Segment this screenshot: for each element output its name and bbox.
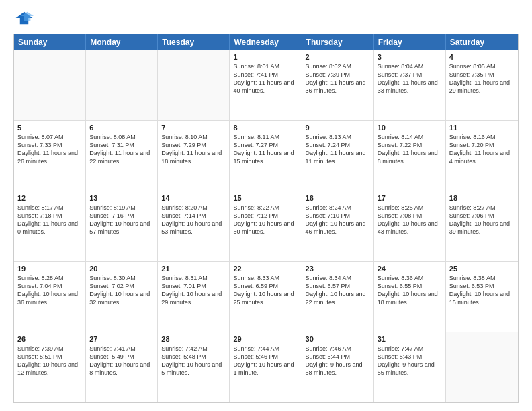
calendar: SundayMondayTuesdayWednesdayThursdayFrid… — [13, 34, 519, 403]
day-number: 20 — [89, 265, 154, 273]
day-number: 17 — [378, 194, 442, 202]
calendar-cell: 11Sunrise: 8:16 AM Sunset: 7:20 PM Dayli… — [446, 121, 518, 191]
cell-info: Sunrise: 7:42 AM Sunset: 5:48 PM Dayligh… — [161, 345, 226, 377]
cell-info: Sunrise: 8:04 AM Sunset: 7:37 PM Dayligh… — [378, 62, 442, 95]
calendar-cell: 16Sunrise: 8:24 AM Sunset: 7:10 PM Dayli… — [302, 191, 374, 261]
cell-info: Sunrise: 7:41 AM Sunset: 5:49 PM Dayligh… — [89, 345, 154, 377]
day-number: 25 — [449, 265, 515, 273]
calendar-cell: 10Sunrise: 8:14 AM Sunset: 7:22 PM Dayli… — [374, 121, 446, 191]
calendar-header: SundayMondayTuesdayWednesdayThursdayFrid… — [14, 34, 518, 50]
calendar-cell: 4Sunrise: 8:05 AM Sunset: 7:35 PM Daylig… — [446, 50, 518, 120]
day-number: 6 — [89, 124, 154, 132]
day-number: 11 — [449, 124, 515, 132]
calendar-cell: 19Sunrise: 8:28 AM Sunset: 7:04 PM Dayli… — [14, 262, 86, 332]
weekday-header-saturday: Saturday — [446, 34, 518, 50]
calendar-cell: 27Sunrise: 7:41 AM Sunset: 5:49 PM Dayli… — [86, 332, 158, 402]
calendar-cell: 29Sunrise: 7:44 AM Sunset: 5:46 PM Dayli… — [230, 332, 302, 402]
calendar-cell: 24Sunrise: 8:36 AM Sunset: 6:55 PM Dayli… — [374, 262, 446, 332]
weekday-header-tuesday: Tuesday — [158, 34, 230, 50]
cell-info: Sunrise: 8:25 AM Sunset: 7:08 PM Dayligh… — [378, 203, 442, 236]
calendar-cell — [158, 50, 230, 120]
calendar-cell: 9Sunrise: 8:13 AM Sunset: 7:24 PM Daylig… — [302, 121, 374, 191]
calendar-cell: 30Sunrise: 7:46 AM Sunset: 5:44 PM Dayli… — [302, 332, 374, 402]
cell-info: Sunrise: 7:44 AM Sunset: 5:46 PM Dayligh… — [233, 345, 298, 377]
day-number: 15 — [233, 194, 298, 202]
calendar-cell: 12Sunrise: 8:17 AM Sunset: 7:18 PM Dayli… — [14, 191, 86, 261]
day-number: 22 — [233, 265, 298, 273]
day-number: 13 — [89, 194, 154, 202]
calendar-body: 1Sunrise: 8:01 AM Sunset: 7:41 PM Daylig… — [14, 50, 518, 402]
calendar-cell: 25Sunrise: 8:38 AM Sunset: 6:53 PM Dayli… — [446, 262, 518, 332]
cell-info: Sunrise: 8:14 AM Sunset: 7:22 PM Dayligh… — [378, 133, 442, 166]
calendar-cell: 1Sunrise: 8:01 AM Sunset: 7:41 PM Daylig… — [230, 50, 302, 120]
cell-info: Sunrise: 8:27 AM Sunset: 7:06 PM Dayligh… — [449, 203, 515, 236]
day-number: 19 — [17, 265, 82, 273]
calendar-cell: 17Sunrise: 8:25 AM Sunset: 7:08 PM Dayli… — [374, 191, 446, 261]
weekday-header-wednesday: Wednesday — [230, 34, 302, 50]
calendar-cell: 26Sunrise: 7:39 AM Sunset: 5:51 PM Dayli… — [14, 332, 86, 402]
weekday-header-friday: Friday — [374, 34, 446, 50]
calendar-cell: 20Sunrise: 8:30 AM Sunset: 7:02 PM Dayli… — [86, 262, 158, 332]
cell-info: Sunrise: 8:20 AM Sunset: 7:14 PM Dayligh… — [161, 203, 226, 236]
cell-info: Sunrise: 8:16 AM Sunset: 7:20 PM Dayligh… — [449, 133, 515, 166]
day-number: 27 — [89, 335, 154, 343]
weekday-header-sunday: Sunday — [14, 34, 86, 50]
calendar-cell: 28Sunrise: 7:42 AM Sunset: 5:48 PM Dayli… — [158, 332, 230, 402]
cell-info: Sunrise: 7:47 AM Sunset: 5:43 PM Dayligh… — [378, 345, 442, 377]
calendar-cell — [446, 332, 518, 402]
cell-info: Sunrise: 8:19 AM Sunset: 7:16 PM Dayligh… — [89, 203, 154, 236]
day-number: 24 — [378, 265, 442, 273]
cell-info: Sunrise: 8:05 AM Sunset: 7:35 PM Dayligh… — [449, 62, 515, 95]
cell-info: Sunrise: 8:34 AM Sunset: 6:57 PM Dayligh… — [306, 274, 370, 307]
calendar-cell: 31Sunrise: 7:47 AM Sunset: 5:43 PM Dayli… — [374, 332, 446, 402]
cell-info: Sunrise: 8:10 AM Sunset: 7:29 PM Dayligh… — [161, 133, 226, 166]
calendar-cell: 14Sunrise: 8:20 AM Sunset: 7:14 PM Dayli… — [158, 191, 230, 261]
calendar-cell: 23Sunrise: 8:34 AM Sunset: 6:57 PM Dayli… — [302, 262, 374, 332]
calendar-cell: 5Sunrise: 8:07 AM Sunset: 7:33 PM Daylig… — [14, 121, 86, 191]
cell-info: Sunrise: 8:13 AM Sunset: 7:24 PM Dayligh… — [306, 133, 370, 166]
page: SundayMondayTuesdayWednesdayThursdayFrid… — [0, 0, 532, 411]
cell-info: Sunrise: 8:08 AM Sunset: 7:31 PM Dayligh… — [89, 133, 154, 166]
day-number: 4 — [449, 53, 515, 61]
calendar-cell: 7Sunrise: 8:10 AM Sunset: 7:29 PM Daylig… — [158, 121, 230, 191]
day-number: 12 — [17, 194, 82, 202]
logo-icon — [15, 11, 34, 26]
cell-info: Sunrise: 8:33 AM Sunset: 6:59 PM Dayligh… — [233, 274, 298, 307]
calendar-row-2: 5Sunrise: 8:07 AM Sunset: 7:33 PM Daylig… — [14, 121, 518, 191]
day-number: 28 — [161, 335, 226, 343]
day-number: 21 — [161, 265, 226, 273]
calendar-row-5: 26Sunrise: 7:39 AM Sunset: 5:51 PM Dayli… — [14, 332, 518, 402]
day-number: 29 — [233, 335, 298, 343]
cell-info: Sunrise: 8:17 AM Sunset: 7:18 PM Dayligh… — [17, 203, 82, 236]
day-number: 30 — [306, 335, 370, 343]
calendar-cell: 15Sunrise: 8:22 AM Sunset: 7:12 PM Dayli… — [230, 191, 302, 261]
cell-info: Sunrise: 7:39 AM Sunset: 5:51 PM Dayligh… — [17, 345, 82, 377]
day-number: 7 — [161, 124, 226, 132]
cell-info: Sunrise: 7:46 AM Sunset: 5:44 PM Dayligh… — [306, 345, 370, 377]
day-number: 14 — [161, 194, 226, 202]
calendar-cell — [14, 50, 86, 120]
cell-info: Sunrise: 8:24 AM Sunset: 7:10 PM Dayligh… — [306, 203, 370, 236]
day-number: 9 — [306, 124, 370, 132]
calendar-cell: 22Sunrise: 8:33 AM Sunset: 6:59 PM Dayli… — [230, 262, 302, 332]
weekday-header-monday: Monday — [86, 34, 158, 50]
cell-info: Sunrise: 8:28 AM Sunset: 7:04 PM Dayligh… — [17, 274, 82, 307]
day-number: 1 — [233, 53, 298, 61]
cell-info: Sunrise: 8:11 AM Sunset: 7:27 PM Dayligh… — [233, 133, 298, 166]
calendar-cell: 2Sunrise: 8:02 AM Sunset: 7:39 PM Daylig… — [302, 50, 374, 120]
cell-info: Sunrise: 8:36 AM Sunset: 6:55 PM Dayligh… — [378, 274, 442, 307]
calendar-cell: 18Sunrise: 8:27 AM Sunset: 7:06 PM Dayli… — [446, 191, 518, 261]
calendar-row-3: 12Sunrise: 8:17 AM Sunset: 7:18 PM Dayli… — [14, 191, 518, 262]
day-number: 10 — [378, 124, 442, 132]
cell-info: Sunrise: 8:01 AM Sunset: 7:41 PM Dayligh… — [233, 62, 298, 95]
cell-info: Sunrise: 8:22 AM Sunset: 7:12 PM Dayligh… — [233, 203, 298, 236]
day-number: 3 — [378, 53, 442, 61]
calendar-cell: 3Sunrise: 8:04 AM Sunset: 7:37 PM Daylig… — [374, 50, 446, 120]
cell-info: Sunrise: 8:31 AM Sunset: 7:01 PM Dayligh… — [161, 274, 226, 307]
day-number: 23 — [306, 265, 370, 273]
logo — [13, 11, 36, 28]
calendar-cell — [86, 50, 158, 120]
calendar-cell: 13Sunrise: 8:19 AM Sunset: 7:16 PM Dayli… — [86, 191, 158, 261]
calendar-cell: 8Sunrise: 8:11 AM Sunset: 7:27 PM Daylig… — [230, 121, 302, 191]
day-number: 5 — [17, 124, 82, 132]
